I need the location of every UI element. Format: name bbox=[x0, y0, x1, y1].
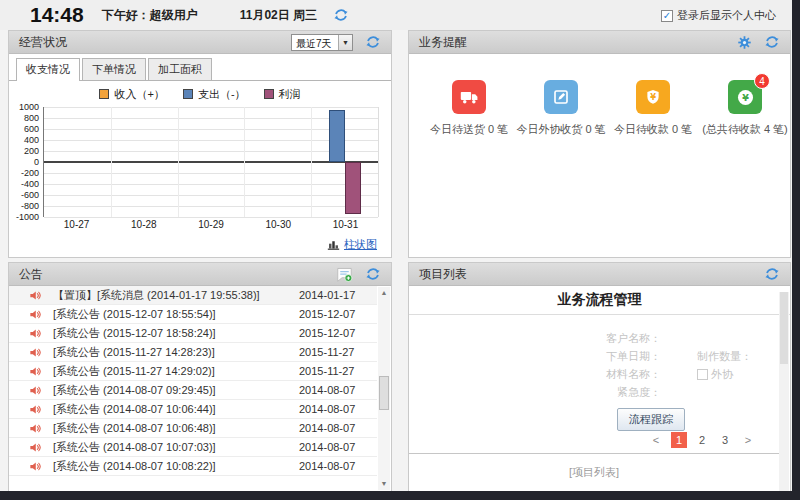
legend-label: 支出（-） bbox=[198, 87, 246, 102]
speaker-icon bbox=[29, 289, 42, 302]
page-1[interactable]: 1 bbox=[671, 432, 687, 448]
x-tick-label: 10-31 bbox=[312, 219, 379, 230]
scroll-down-icon[interactable]: ▼ bbox=[378, 478, 390, 490]
chart-legend: 收入（+）支出（-）利润 bbox=[9, 81, 391, 107]
urgency-label: 紧急度： bbox=[513, 385, 661, 400]
bar-chart-icon bbox=[327, 238, 340, 251]
page-prev[interactable]: < bbox=[648, 432, 664, 448]
announcement-date: 2014-01-17 bbox=[299, 289, 377, 301]
yen-circle-icon[interactable]: ¥4 bbox=[728, 80, 762, 114]
announcements-panel: 公告 【置顶】[系统消息 (2014-01-17 19:55:38)]2014-… bbox=[8, 262, 392, 492]
announcement-row[interactable]: [系统公告 (2015-12-07 18:58:24)]2015-12-07 bbox=[9, 324, 377, 343]
checkbox-unchecked-icon[interactable] bbox=[697, 369, 708, 380]
window-edge-right bbox=[792, 0, 800, 500]
announcement-row[interactable]: [系统公告 (2014-08-07 10:08:22)]2014-08-07 bbox=[9, 457, 377, 476]
speaker-icon bbox=[29, 441, 42, 454]
reminder-label: 今日外协收货 0 笔 bbox=[516, 122, 605, 137]
refresh-icon[interactable] bbox=[365, 34, 381, 50]
gridline bbox=[44, 107, 378, 108]
divider bbox=[409, 453, 779, 454]
announcement-row[interactable]: [系统公告 (2015-11-27 14:29:02)]2015-11-27 bbox=[9, 362, 377, 381]
gear-icon[interactable] bbox=[737, 35, 752, 50]
announcement-row[interactable]: [系统公告 (2014-08-07 10:06:44)]2014-08-07 bbox=[9, 400, 377, 419]
announcement-row[interactable]: [系统公告 (2014-08-07 09:29:45)]2014-08-07 bbox=[9, 381, 377, 400]
announcement-row[interactable]: [系统公告 (2015-11-27 14:28:23)]2015-11-27 bbox=[9, 343, 377, 362]
date-range-value: 最近7天 bbox=[292, 35, 338, 50]
x-tick-label: 10-30 bbox=[245, 219, 312, 230]
announcement-row[interactable]: [系统公告 (2014-08-07 10:07:03)]2014-08-07 bbox=[9, 438, 377, 457]
process-track-button[interactable]: 流程跟踪 bbox=[617, 408, 685, 431]
checkbox-checked-icon[interactable]: ✓ bbox=[661, 10, 673, 22]
announcement-list: 【置顶】[系统消息 (2014-01-17 19:55:38)]2014-01-… bbox=[9, 286, 377, 491]
chevron-down-icon: ▼ bbox=[338, 35, 352, 50]
topbar: 14:48 下午好：超级用户 11月02日 周三 ✓ 登录后显示个人中心 bbox=[0, 0, 792, 30]
chart-plot bbox=[43, 107, 379, 217]
chart-area: 10008006004002000-200-400-600-800-1000 1… bbox=[15, 107, 381, 235]
gridline bbox=[44, 195, 378, 196]
scroll-up-icon[interactable]: ▲ bbox=[378, 287, 390, 299]
chart-type-link[interactable]: 柱状图 bbox=[344, 237, 377, 252]
date-range-select[interactable]: 最近7天 ▼ bbox=[291, 34, 353, 51]
refresh-icon[interactable] bbox=[764, 266, 780, 282]
svg-text:¥: ¥ bbox=[742, 91, 749, 102]
page-3[interactable]: 3 bbox=[717, 432, 733, 448]
gridline bbox=[44, 173, 378, 174]
reminder-item[interactable]: ¥今日待收款 0 笔 bbox=[607, 80, 699, 137]
project-list-footer: [项目列表] bbox=[409, 465, 779, 480]
outsource-label: 外协 bbox=[711, 367, 733, 382]
page-2[interactable]: 2 bbox=[694, 432, 710, 448]
announcement-date: 2015-11-27 bbox=[299, 365, 377, 377]
message-add-icon[interactable] bbox=[336, 266, 353, 283]
reminder-item[interactable]: 今日待送货 0 笔 bbox=[423, 80, 515, 137]
refresh-icon[interactable] bbox=[365, 266, 381, 282]
project-scrollbar[interactable] bbox=[779, 292, 789, 495]
announcement-row[interactable]: [系统公告 (2015-12-07 18:55:54)]2015-12-07 bbox=[9, 305, 377, 324]
panel-title: 业务提醒 bbox=[419, 34, 467, 51]
legend-item: 支出（-） bbox=[183, 87, 246, 102]
speaker-icon bbox=[29, 422, 42, 435]
announcement-row[interactable]: [系统公告 (2014-08-07 10:06:48)]2014-08-07 bbox=[9, 419, 377, 438]
refresh-icon[interactable] bbox=[333, 7, 349, 23]
scrollbar-thumb[interactable] bbox=[780, 292, 788, 364]
truck-icon[interactable] bbox=[452, 80, 486, 114]
scrollbar-thumb[interactable] bbox=[379, 376, 389, 410]
divider bbox=[409, 314, 790, 315]
tab-加工面积[interactable]: 加工面积 bbox=[148, 58, 212, 80]
announcement-date: 2014-08-07 bbox=[299, 422, 377, 434]
y-tick-label: 0 bbox=[34, 157, 39, 167]
business-reminders-body: 今日待送货 0 笔今日外协收货 0 笔¥今日待收款 0 笔¥4(总共待收款 4 … bbox=[409, 54, 790, 257]
personal-center-toggle[interactable]: ✓ 登录后显示个人中心 bbox=[661, 8, 776, 23]
panel-title: 项目列表 bbox=[419, 266, 467, 283]
business-status-panel: 经营状况 最近7天 ▼ 收支情况下单情况加工面积 收入（+）支出（-）利润 10… bbox=[8, 30, 392, 258]
speaker-icon bbox=[29, 403, 42, 416]
edit-icon[interactable] bbox=[544, 80, 578, 114]
tab-收支情况[interactable]: 收支情况 bbox=[16, 58, 80, 81]
announcement-text: [系统公告 (2014-08-07 10:06:44)] bbox=[53, 402, 299, 417]
current-date: 11月02日 周三 bbox=[240, 7, 317, 24]
announcement-row[interactable]: 【置顶】[系统消息 (2014-01-17 19:55:38)]2014-01-… bbox=[9, 286, 377, 305]
notification-badge: 4 bbox=[754, 73, 770, 89]
x-tick-label: 10-28 bbox=[110, 219, 177, 230]
yen-shield-icon[interactable]: ¥ bbox=[636, 80, 670, 114]
announcement-date: 2014-08-07 bbox=[299, 441, 377, 453]
tab-下单情况[interactable]: 下单情况 bbox=[82, 58, 146, 80]
page-next[interactable]: > bbox=[740, 432, 756, 448]
announcement-text: [系统公告 (2015-11-27 14:29:02)] bbox=[53, 364, 299, 379]
chart-type-link-row: 柱状图 bbox=[327, 237, 377, 252]
gridline bbox=[178, 107, 179, 217]
announcements-header: 公告 bbox=[9, 263, 391, 286]
reminder-item[interactable]: ¥4(总共待收款 4 笔) bbox=[699, 80, 791, 137]
refresh-icon[interactable] bbox=[764, 34, 780, 50]
speaker-icon bbox=[29, 365, 42, 378]
reminder-item[interactable]: 今日外协收货 0 笔 bbox=[515, 80, 607, 137]
announcement-date: 2014-08-07 bbox=[299, 403, 377, 415]
business-status-header: 经营状况 最近7天 ▼ bbox=[9, 31, 391, 54]
announcement-scrollbar[interactable]: ▲ ▼ bbox=[378, 287, 390, 490]
chart-bar bbox=[329, 110, 345, 162]
x-tick-label: 10-27 bbox=[43, 219, 110, 230]
chart-bar bbox=[345, 162, 361, 214]
announcement-date: 2015-11-27 bbox=[299, 346, 377, 358]
outsource-checkbox[interactable]: 外协 bbox=[697, 367, 733, 382]
reminder-label: (总共待收款 4 笔) bbox=[702, 122, 788, 137]
order-date-label: 下单日期： bbox=[513, 349, 661, 364]
